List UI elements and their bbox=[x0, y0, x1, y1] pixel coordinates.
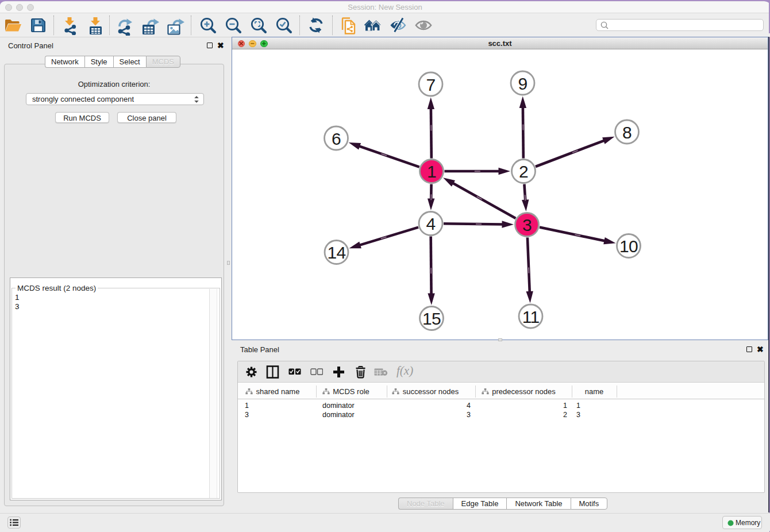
svg-text:6: 6 bbox=[332, 129, 341, 148]
svg-text:15: 15 bbox=[422, 309, 441, 328]
svg-text:11: 11 bbox=[522, 307, 540, 326]
svg-text:7: 7 bbox=[426, 75, 436, 94]
svg-text:10: 10 bbox=[619, 237, 638, 256]
svg-text:9: 9 bbox=[518, 74, 528, 93]
svg-text:8: 8 bbox=[622, 123, 632, 142]
svg-text:2: 2 bbox=[519, 162, 528, 181]
svg-text:14: 14 bbox=[328, 243, 346, 262]
svg-text:1: 1 bbox=[427, 162, 436, 181]
svg-text:4: 4 bbox=[426, 214, 436, 233]
svg-text:3: 3 bbox=[522, 215, 532, 234]
